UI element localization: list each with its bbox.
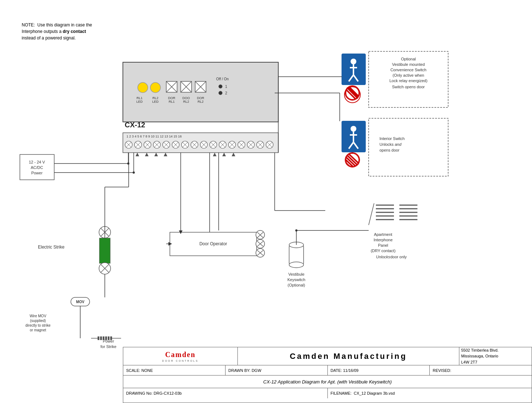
svg-line-152 — [257, 250, 263, 255]
svg-line-149 — [257, 241, 263, 246]
svg-text:Switch opens door: Switch opens door — [392, 85, 425, 89]
svg-rect-85 — [369, 51, 448, 107]
svg-point-107 — [344, 87, 360, 103]
svg-text:directly to strike: directly to strike — [25, 323, 51, 327]
svg-text:Apartment: Apartment — [374, 232, 392, 237]
svg-point-181 — [99, 226, 111, 238]
svg-line-183 — [101, 228, 109, 236]
svg-text:Keyswitch: Keyswitch — [287, 277, 305, 282]
svg-line-170 — [369, 203, 374, 225]
svg-text:1  2  3  4  5  6  7  8  9  10 : 1 2 3 4 5 6 7 8 9 10 11 12 13 14 15 16 — [126, 135, 182, 138]
svg-line-46 — [173, 142, 178, 147]
drawn-cell: DRAWN BY: DGW — [226, 365, 328, 375]
svg-line-97 — [353, 75, 358, 81]
svg-rect-108 — [369, 118, 448, 176]
svg-line-70 — [248, 142, 253, 147]
svg-line-150 — [257, 241, 263, 246]
svg-line-56 — [201, 142, 206, 147]
svg-line-104 — [346, 85, 359, 98]
svg-text:Vestibule mounted: Vestibule mounted — [392, 62, 425, 67]
svg-point-151 — [256, 249, 265, 257]
svg-marker-144 — [168, 242, 172, 246]
svg-rect-105 — [346, 86, 359, 99]
svg-rect-92 — [342, 54, 365, 85]
svg-line-68 — [239, 142, 244, 147]
svg-point-179 — [295, 229, 297, 232]
svg-text:Door Operator: Door Operator — [200, 241, 227, 246]
svg-text:LED: LED — [136, 100, 143, 103]
svg-line-122 — [346, 163, 359, 175]
svg-text:(DRY contact): (DRY contact) — [371, 249, 396, 253]
svg-text:for Strike: for Strike — [100, 344, 116, 349]
svg-rect-201 — [108, 336, 110, 340]
svg-point-156 — [289, 262, 304, 268]
svg-text:Electric Strike: Electric Strike — [38, 245, 65, 250]
svg-marker-78 — [136, 153, 139, 156]
svg-point-100 — [346, 86, 359, 99]
svg-point-60 — [219, 141, 226, 148]
svg-line-37 — [145, 142, 150, 147]
svg-text:Power: Power — [31, 171, 43, 175]
svg-line-32 — [126, 142, 131, 147]
svg-rect-184 — [99, 238, 110, 263]
svg-text:RL2: RL2 — [153, 96, 159, 100]
svg-text:Wire MOV: Wire MOV — [30, 314, 46, 318]
svg-point-75 — [266, 141, 273, 148]
svg-line-114 — [353, 142, 358, 149]
svg-text:Vestibule: Vestibule — [288, 272, 305, 276]
svg-line-38 — [145, 142, 150, 147]
svg-line-8 — [181, 81, 192, 92]
svg-line-58 — [211, 142, 216, 147]
svg-line-147 — [257, 232, 263, 238]
svg-line-118 — [346, 154, 359, 166]
svg-text:Off / On: Off / On — [216, 77, 229, 81]
svg-line-34 — [136, 142, 141, 147]
svg-line-146 — [257, 232, 263, 238]
svg-text:door only: door only — [390, 255, 407, 259]
filename: FILENAME: CX_12 Diagram 3b.vsd — [328, 388, 532, 398]
svg-rect-198 — [100, 336, 102, 340]
svg-text:(supplied): (supplied) — [30, 319, 46, 323]
svg-text:(Optional): (Optional) — [288, 283, 305, 287]
svg-line-182 — [101, 228, 109, 236]
svg-point-133 — [127, 162, 129, 165]
svg-line-53 — [192, 142, 197, 147]
svg-point-115 — [345, 153, 360, 167]
svg-line-119 — [346, 157, 359, 169]
svg-line-59 — [211, 142, 216, 147]
svg-line-73 — [258, 142, 263, 147]
svg-rect-188 — [71, 297, 90, 306]
svg-line-61 — [220, 142, 225, 147]
svg-line-96 — [349, 75, 353, 81]
svg-text:Interphone: Interphone — [374, 238, 393, 242]
svg-point-13 — [219, 85, 222, 88]
svg-line-186 — [101, 264, 109, 272]
svg-rect-199 — [103, 336, 104, 340]
svg-point-66 — [238, 141, 245, 148]
svg-point-98 — [345, 86, 360, 100]
svg-line-77 — [267, 142, 272, 147]
svg-text:AC/DC: AC/DC — [31, 165, 43, 170]
svg-line-153 — [257, 250, 263, 255]
page: Off / On 1 2 RL1 LED RL2 LED DOR RL1 DOO… — [0, 0, 532, 403]
footer-company: Camden DOOR CONTROLS — [123, 347, 238, 365]
drawing-no: DRAWING No: DRG-CX12-03b — [123, 388, 328, 398]
diagram-title: CX-12 Application Diagram for Apt. (with… — [123, 376, 532, 388]
svg-line-10 — [195, 81, 206, 92]
svg-point-72 — [257, 141, 264, 148]
svg-text:MOV: MOV — [76, 300, 85, 304]
svg-line-7 — [181, 81, 192, 92]
scale-cell: SCALE: NONE — [123, 365, 226, 375]
svg-text:RL2: RL2 — [198, 100, 204, 103]
svg-text:DOO: DOO — [183, 96, 190, 100]
svg-point-30 — [125, 141, 132, 148]
svg-point-54 — [200, 141, 207, 148]
svg-text:or magnet: or magnet — [30, 328, 46, 332]
svg-rect-6 — [181, 81, 192, 92]
svg-point-110 — [351, 126, 356, 132]
svg-point-93 — [351, 59, 356, 64]
svg-marker-84 — [232, 153, 235, 156]
svg-line-11 — [195, 81, 206, 92]
svg-text:Interior Switch: Interior Switch — [379, 136, 405, 141]
svg-line-35 — [136, 142, 141, 147]
